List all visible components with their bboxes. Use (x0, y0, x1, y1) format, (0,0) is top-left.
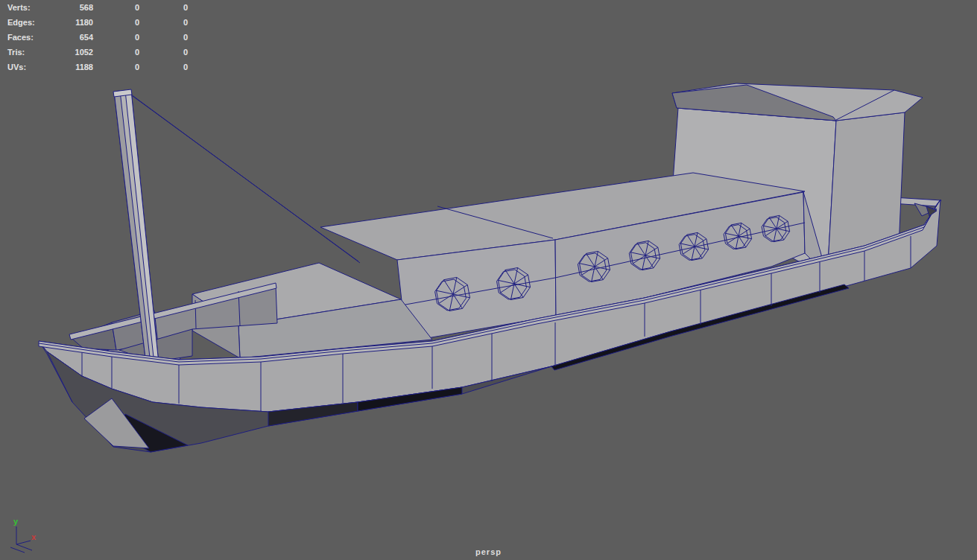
heads-up-display-poly-count: Verts: 568 0 0 Edges: 1180 0 0 Faces: 65… (0, 0, 188, 74)
view-axis-gizmo: y x (0, 515, 52, 560)
axis-y-label: y (13, 517, 19, 526)
hud-value: 0 (139, 63, 188, 71)
hud-label: UVs: (0, 63, 46, 71)
hud-row-faces: Faces: 654 0 0 (0, 30, 188, 45)
hud-label: Tris: (0, 48, 46, 57)
model-viewport-canvas[interactable] (0, 0, 977, 560)
axis-x-label: x (31, 532, 37, 541)
hud-value: 0 (93, 33, 139, 42)
hud-row-edges: Edges: 1180 0 0 (0, 15, 188, 30)
camera-name-label: persp (0, 547, 977, 556)
maya-viewport: Verts: 568 0 0 Edges: 1180 0 0 Faces: 65… (0, 0, 977, 560)
hud-row-verts: Verts: 568 0 0 (0, 0, 188, 15)
hud-value: 0 (93, 3, 139, 12)
hud-value: 1052 (46, 48, 93, 57)
hud-value: 654 (46, 33, 93, 42)
hud-value: 0 (139, 18, 188, 27)
hud-value: 0 (139, 3, 188, 12)
hud-value: 1180 (46, 18, 93, 27)
hud-label: Edges: (0, 18, 46, 27)
hud-value: 0 (93, 48, 139, 57)
axis-x (16, 541, 31, 544)
hud-value: 0 (93, 63, 139, 71)
hud-value: 0 (93, 18, 139, 27)
hud-value: 1188 (46, 63, 93, 71)
axis-z (16, 544, 32, 550)
hud-value: 568 (46, 3, 93, 12)
hud-label: Verts: (0, 3, 46, 12)
axis-z-shadow (10, 547, 25, 553)
hud-row-tris: Tris: 1052 0 0 (0, 45, 188, 60)
hud-label: Faces: (0, 33, 46, 42)
hud-row-uvs: UVs: 1188 0 0 (0, 60, 188, 74)
hud-value: 0 (139, 33, 188, 42)
hud-value: 0 (139, 48, 188, 57)
